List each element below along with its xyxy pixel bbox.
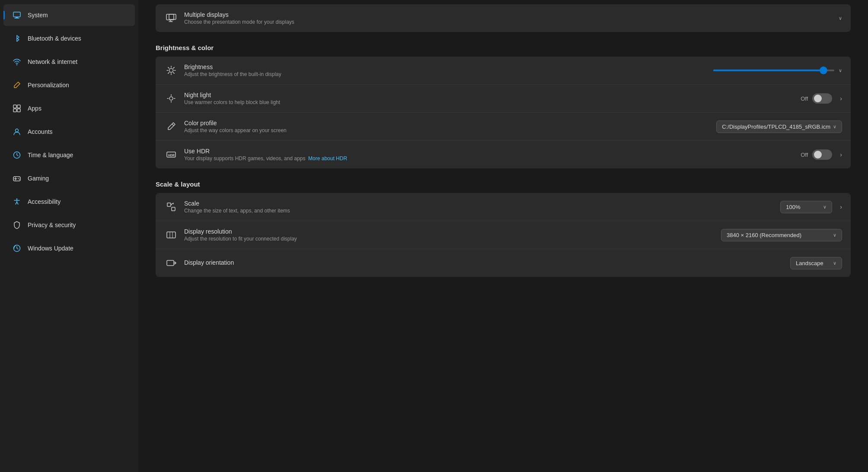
scale-layout-group: Scale Change the size of text, apps, and… <box>156 193 851 277</box>
svg-rect-4 <box>13 105 16 108</box>
svg-point-13 <box>18 178 19 179</box>
night-light-row[interactable]: Night light Use warmer colors to help bl… <box>156 85 851 113</box>
brightness-subtitle: Adjust the brightness of the built-in di… <box>184 71 707 77</box>
sidebar-item-time[interactable]: Time & language <box>3 144 135 166</box>
scale-subtitle: Change the size of text, apps, and other… <box>184 208 774 214</box>
sidebar-item-privacy[interactable]: Privacy & security <box>3 214 135 236</box>
multiple-displays-row[interactable]: Multiple displays Choose the presentatio… <box>156 4 851 32</box>
sidebar-item-update[interactable]: Windows Update <box>3 238 135 259</box>
brightness-chevron-icon: ∨ <box>839 68 842 73</box>
color-profile-title: Color profile <box>184 120 710 127</box>
svg-rect-40 <box>167 232 176 238</box>
svg-rect-6 <box>13 109 16 112</box>
color-profile-pen-icon <box>164 120 178 133</box>
sidebar-item-system[interactable]: System <box>3 4 135 26</box>
color-profile-subtitle: Adjust the way colors appear on your scr… <box>184 127 710 133</box>
display-orientation-row[interactable]: Display orientation Landscape ∨ <box>156 249 851 277</box>
hdr-more-link[interactable]: More about HDR <box>308 155 347 162</box>
display-orientation-title: Display orientation <box>184 259 784 266</box>
sidebar-item-network[interactable]: Network & internet <box>3 51 135 73</box>
use-hdr-row[interactable]: HDR Use HDR Your display supports HDR ga… <box>156 141 851 168</box>
brightness-slider-container <box>713 70 834 71</box>
multiple-displays-group: Multiple displays Choose the presentatio… <box>156 4 851 32</box>
sidebar-item-accessibility[interactable]: Accessibility <box>3 191 135 212</box>
use-hdr-arrow-icon: › <box>840 151 842 158</box>
svg-point-21 <box>169 69 173 73</box>
display-orientation-control: Landscape ∨ <box>790 257 842 269</box>
svg-rect-43 <box>167 260 174 266</box>
scale-control: 100% ∨ › <box>780 201 842 213</box>
use-hdr-text: Use HDR Your display supports HDR games,… <box>184 148 795 162</box>
display-resolution-text: Display resolution Adjust the resolution… <box>184 228 715 242</box>
accounts-icon <box>12 127 22 136</box>
night-light-text: Night light Use warmer colors to help bl… <box>184 92 795 105</box>
sidebar-label-network: Network & internet <box>28 58 77 65</box>
sidebar-item-personalization[interactable]: Personalization <box>3 74 135 96</box>
svg-rect-18 <box>169 14 176 19</box>
use-hdr-off-label: Off <box>801 152 808 158</box>
use-hdr-toggle[interactable] <box>812 149 832 160</box>
night-light-icon <box>164 92 178 105</box>
use-hdr-title: Use HDR <box>184 148 795 155</box>
night-light-control: Off › <box>801 93 842 104</box>
scale-arrow-icon: › <box>840 203 842 210</box>
scale-layout-title: Scale & layout <box>156 181 851 188</box>
svg-line-29 <box>168 73 169 73</box>
svg-point-30 <box>169 97 173 100</box>
sidebar-label-gaming: Gaming <box>28 175 49 182</box>
brightness-color-title: Brightness & color <box>156 44 851 51</box>
svg-rect-38 <box>167 203 171 206</box>
sidebar-item-bluetooth[interactable]: Bluetooth & devices <box>3 28 135 49</box>
monitor-icon <box>164 11 178 25</box>
brightness-color-group: Brightness Adjust the brightness of the … <box>156 57 851 168</box>
display-resolution-row[interactable]: Display resolution Adjust the resolution… <box>156 221 851 249</box>
use-hdr-control: Off › <box>801 149 842 160</box>
personalization-icon <box>12 80 22 90</box>
sidebar-item-gaming[interactable]: Gaming <box>3 168 135 189</box>
update-icon <box>12 244 22 253</box>
color-profile-row[interactable]: Color profile Adjust the way colors appe… <box>156 113 851 141</box>
display-resolution-control: 3840 × 2160 (Recommended) ∨ <box>721 229 842 241</box>
scale-value: 100% <box>786 204 800 210</box>
privacy-icon <box>12 220 22 230</box>
svg-point-15 <box>16 199 18 200</box>
display-resolution-subtitle: Adjust the resolution to fit your connec… <box>184 236 715 242</box>
svg-point-8 <box>16 129 19 132</box>
color-profile-dropdown[interactable]: C:/DisplayProfiles/TPLCD_4185_sRGB.icm ∨ <box>716 120 842 133</box>
brightness-title: Brightness <box>184 63 707 70</box>
sidebar-item-accounts[interactable]: Accounts <box>3 121 135 143</box>
resolution-chevron-icon: ∨ <box>833 232 836 238</box>
svg-rect-5 <box>17 105 20 108</box>
scale-title: Scale <box>184 200 774 207</box>
main-content: Multiple displays Choose the presentatio… <box>138 0 868 472</box>
sidebar-item-apps[interactable]: Apps <box>3 98 135 119</box>
hdr-icon: HDR <box>164 148 178 162</box>
network-icon <box>12 57 22 67</box>
orientation-icon <box>164 256 178 270</box>
brightness-slider[interactable] <box>713 70 834 71</box>
display-orientation-dropdown[interactable]: Landscape ∨ <box>790 257 842 269</box>
display-resolution-dropdown[interactable]: 3840 × 2160 (Recommended) ∨ <box>721 229 842 241</box>
multiple-displays-text: Multiple displays Choose the presentatio… <box>184 11 833 25</box>
night-light-subtitle: Use warmer colors to help block blue lig… <box>184 99 795 105</box>
brightness-control: ∨ <box>713 68 842 73</box>
night-light-toggle[interactable] <box>812 93 832 104</box>
scale-dropdown[interactable]: 100% ∨ <box>780 201 832 213</box>
scale-row[interactable]: Scale Change the size of text, apps, and… <box>156 193 851 221</box>
sidebar-label-accounts: Accounts <box>28 128 53 135</box>
brightness-row[interactable]: Brightness Adjust the brightness of the … <box>156 57 851 85</box>
orientation-chevron-icon: ∨ <box>833 260 836 266</box>
color-profile-control: C:/DisplayProfiles/TPLCD_4185_sRGB.icm ∨ <box>716 120 842 133</box>
night-light-title: Night light <box>184 92 795 98</box>
sidebar-label-accessibility: Accessibility <box>28 198 61 205</box>
svg-text:HDR: HDR <box>168 154 175 157</box>
bluetooth-icon <box>12 34 22 43</box>
scale-text: Scale Change the size of text, apps, and… <box>184 200 774 214</box>
night-light-off-label: Off <box>801 95 808 102</box>
system-icon <box>12 10 22 20</box>
resolution-icon <box>164 228 178 242</box>
brightness-sun-icon <box>164 63 178 77</box>
sidebar-label-privacy: Privacy & security <box>28 222 76 228</box>
apps-icon <box>12 104 22 113</box>
accessibility-icon <box>12 197 22 206</box>
